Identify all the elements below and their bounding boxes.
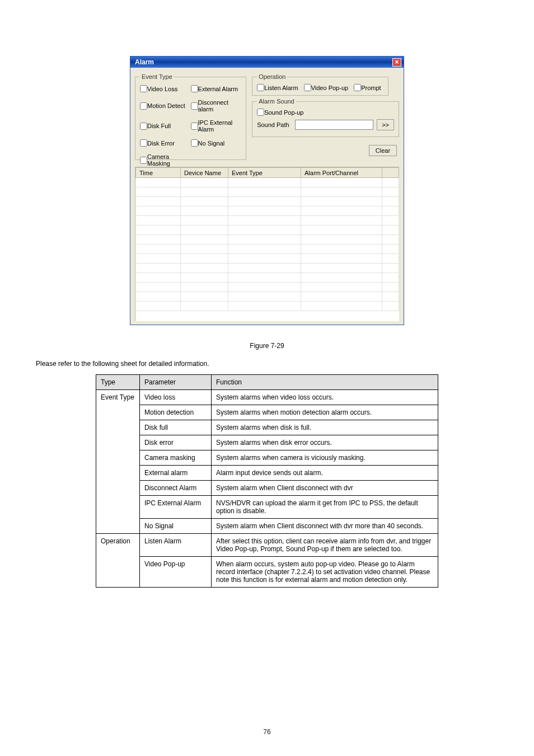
table-row: [136, 273, 399, 283]
info-func-cell: Alarm input device sends out alarm.: [212, 466, 438, 481]
info-table: Type Parameter Function Event TypeVideo …: [96, 374, 438, 588]
info-func-cell: System alarms when camera is viciously m…: [212, 450, 438, 466]
info-param-cell: IPC External Alarm: [140, 496, 212, 519]
sound-path-label: Sound Path: [257, 121, 292, 128]
table-row: [136, 226, 399, 235]
chk-disk-error[interactable]: Disk Error: [140, 139, 191, 147]
alarm-sound-legend: Alarm Sound: [257, 98, 296, 105]
info-func-cell: When alarm occurs, system auto pop-up vi…: [212, 557, 438, 588]
event-type-group: Event Type Video Loss External Alarm Mot…: [135, 73, 246, 160]
info-param-cell: Camera masking: [140, 450, 212, 466]
info-param-cell: Disconnect Alarm: [140, 481, 212, 496]
info-row: Event TypeVideo lossSystem alarms when v…: [96, 390, 438, 405]
th-spacer: [382, 168, 399, 178]
info-row: Disk errorSystem alarms when disk error …: [96, 435, 438, 450]
info-param-cell: Listen Alarm: [140, 534, 212, 557]
chk-video-loss[interactable]: Video Loss: [140, 85, 191, 92]
figure-caption: Figure 7-29: [34, 342, 500, 350]
page-number: 76: [0, 728, 534, 736]
chk-motion-detect[interactable]: Motion Detect: [140, 99, 191, 112]
chk-disconnect-alarm[interactable]: Disconnect alarm: [191, 99, 242, 112]
table-row: [136, 206, 399, 216]
table-row: [136, 235, 399, 245]
table-row: [136, 292, 399, 302]
info-row: Disk fullSystem alarms when disk is full…: [96, 420, 438, 435]
dialog-titlebar: Alarm ×: [130, 57, 404, 68]
chk-disk-full[interactable]: Disk Full: [140, 119, 191, 133]
alarm-dialog: Alarm × Event Type Video Loss External A…: [130, 56, 404, 325]
info-row: IPC External AlarmNVS/HDVR can upload th…: [96, 496, 438, 519]
operation-group: Operation Listen Alarm Video Pop-up Prom…: [252, 73, 388, 96]
table-row: [136, 178, 399, 187]
th-time[interactable]: Time: [136, 168, 181, 178]
event-type-legend: Event Type: [140, 73, 174, 80]
table-row: [136, 187, 399, 197]
chk-no-signal[interactable]: No Signal: [191, 139, 242, 147]
table-row: [136, 254, 399, 264]
chk-external-alarm[interactable]: External Alarm: [191, 85, 242, 92]
info-type-cell: Event Type: [96, 390, 140, 534]
info-row: Camera maskingSystem alarms when camera …: [96, 450, 438, 466]
chk-ipc-external[interactable]: IPC External Alarm: [191, 119, 242, 133]
info-func-cell: System alarms when video loss occurs.: [212, 390, 438, 405]
info-param-cell: Video Pop-up: [140, 557, 212, 588]
alarm-log-rows: [136, 178, 399, 311]
info-row: External alarmAlarm input device sends o…: [96, 466, 438, 481]
refer-text: Please refer to the following sheet for …: [34, 360, 500, 368]
ih-func: Function: [212, 375, 438, 390]
table-row: [136, 245, 399, 254]
info-param-cell: Disk full: [140, 420, 212, 435]
info-param-cell: Motion detection: [140, 405, 212, 420]
info-row: No SignalSystem alarm when Client discon…: [96, 519, 438, 534]
browse-button[interactable]: >>: [377, 119, 394, 130]
chk-sound-popup[interactable]: Sound Pop-up: [257, 109, 394, 116]
table-row: [136, 283, 399, 292]
info-func-cell: System alarm when Client disconnect with…: [212, 481, 438, 496]
info-param-cell: No Signal: [140, 519, 212, 534]
table-row: [136, 216, 399, 226]
info-param-cell: Video loss: [140, 390, 212, 405]
info-func-cell: After select this option, client can rec…: [212, 534, 438, 557]
table-row: [136, 302, 399, 311]
th-device[interactable]: Device Name: [181, 168, 228, 178]
info-type-cell: Operation: [96, 534, 140, 588]
sound-path-input[interactable]: [295, 120, 373, 130]
th-event[interactable]: Event Type: [228, 168, 301, 178]
info-row: Disconnect AlarmSystem alarm when Client…: [96, 481, 438, 496]
info-param-cell: External alarm: [140, 466, 212, 481]
th-port[interactable]: Alarm Port/Channel: [301, 168, 382, 178]
chk-video-popup[interactable]: Video Pop-up: [304, 84, 348, 91]
info-row: OperationListen AlarmAfter select this o…: [96, 534, 438, 557]
table-row: [136, 197, 399, 206]
info-row: Video Pop-upWhen alarm occurs, system au…: [96, 557, 438, 588]
ih-param: Parameter: [140, 375, 212, 390]
info-func-cell: System alarms when disk is full.: [212, 420, 438, 435]
alarm-sound-group: Alarm Sound Sound Pop-up Sound Path >>: [252, 98, 399, 137]
chk-camera-masking[interactable]: Camera Masking: [140, 153, 191, 167]
chk-listen-alarm[interactable]: Listen Alarm: [257, 84, 298, 91]
info-func-cell: System alarm when Client disconnect with…: [212, 519, 438, 534]
info-func-cell: System alarms when disk error occurs.: [212, 435, 438, 450]
chk-prompt[interactable]: Prompt: [354, 84, 381, 91]
info-func-cell: System alarms when motion detection alar…: [212, 405, 438, 420]
info-func-cell: NVS/HDVR can upload the alarm it get fro…: [212, 496, 438, 519]
clear-button[interactable]: Clear: [369, 145, 397, 156]
ih-type: Type: [96, 375, 140, 390]
table-row: [136, 264, 399, 273]
alarm-log-table: Time Device Name Event Type Alarm Port/C…: [135, 167, 399, 321]
info-row: Motion detectionSystem alarms when motio…: [96, 405, 438, 420]
dialog-body: Event Type Video Loss External Alarm Mot…: [130, 68, 404, 325]
operation-legend: Operation: [257, 73, 287, 80]
dialog-title: Alarm: [135, 58, 154, 66]
info-param-cell: Disk error: [140, 435, 212, 450]
close-icon[interactable]: ×: [392, 58, 401, 67]
